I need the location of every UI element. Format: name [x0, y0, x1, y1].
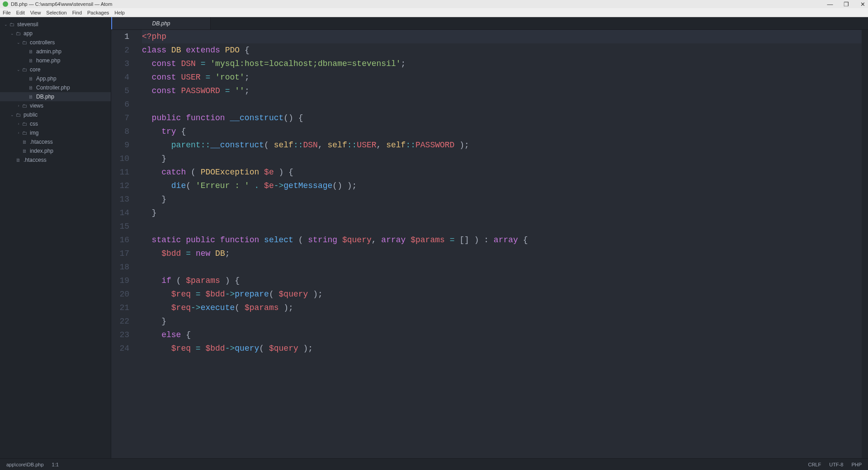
code-line[interactable]	[142, 98, 862, 111]
editor-area: DB.php 123456789101112131415161718192021…	[111, 17, 868, 458]
line-number: 11	[111, 165, 129, 179]
tree-folder-public[interactable]: ⌄🗀public	[0, 110, 111, 119]
code-line[interactable]: catch ( PDOException $e ) {	[142, 165, 862, 179]
menu-file[interactable]: File	[3, 10, 11, 15]
code-line[interactable]: if ( $params ) {	[142, 274, 862, 287]
menu-edit[interactable]: Edit	[16, 10, 25, 15]
code-line[interactable]: class DB extends PDO {	[142, 43, 862, 57]
editor[interactable]: 123456789101112131415161718192021222324 …	[111, 30, 868, 458]
tabbar: DB.php	[111, 17, 868, 30]
file-icon: 🗎	[27, 49, 34, 54]
folder-icon: 🗀	[14, 112, 22, 118]
tree-folder-css[interactable]: ›🗀css	[0, 119, 111, 128]
tree-folder-img[interactable]: ›🗀img	[0, 128, 111, 137]
tree-item-label: index.php	[28, 148, 53, 154]
chevron-right-icon: ›	[16, 131, 21, 135]
tree-item-label: App.php	[34, 75, 57, 82]
status-path[interactable]: app\core\DB.php	[6, 462, 44, 467]
line-number: 23	[111, 328, 129, 342]
menu-packages[interactable]: Packages	[87, 10, 109, 15]
tree-file--htaccess[interactable]: 🗎.htaccess	[0, 137, 111, 146]
code-line[interactable]	[142, 260, 862, 274]
chevron-down-icon: ⌄	[16, 67, 21, 72]
tree-item-label: core	[28, 66, 40, 73]
code-line[interactable]: }	[142, 152, 862, 165]
close-button[interactable]: ✕	[860, 1, 865, 7]
tree-item-label: .htaccess	[22, 157, 47, 163]
menu-help[interactable]: Help	[114, 10, 125, 15]
window-title: DB.php — C:\wamp64\www\stevensil — Atom	[11, 1, 112, 7]
tree-file-db-php[interactable]: 🗎DB.php	[0, 92, 111, 101]
tree-folder-core[interactable]: ⌄🗀core	[0, 65, 111, 74]
code-line[interactable]: else {	[142, 328, 862, 342]
code-line[interactable]: $bdd = new DB;	[142, 247, 862, 260]
code-line[interactable]	[142, 220, 862, 233]
code-line[interactable]: $req->execute( $params );	[142, 301, 862, 315]
menu-view[interactable]: View	[30, 10, 41, 15]
menubar: File Edit View Selection Find Packages H…	[0, 8, 868, 17]
tree-folder-views[interactable]: ›🗀views	[0, 101, 111, 110]
folder-icon: 🗀	[21, 121, 28, 127]
code-line[interactable]: <?php	[142, 30, 862, 43]
status-cursor[interactable]: 1:1	[52, 462, 59, 467]
status-lang[interactable]: PHP	[851, 462, 862, 467]
tree-folder-stevensil[interactable]: ⌄🗀stevensil	[0, 20, 111, 29]
chevron-down-icon: ⌄	[10, 31, 14, 36]
file-icon: 🗎	[21, 148, 28, 154]
maximize-button[interactable]: ❐	[844, 1, 849, 7]
tab-label: DB.php	[152, 20, 170, 27]
code-line[interactable]: $req = $bdd->prepare( $query );	[142, 287, 862, 301]
minimize-button[interactable]: —	[827, 1, 833, 7]
status-eol[interactable]: CRLF	[808, 462, 821, 467]
code-line[interactable]: const PASSWORD = '';	[142, 84, 862, 98]
line-number: 6	[111, 98, 129, 111]
line-number: 13	[111, 193, 129, 206]
tree-file-controller-php[interactable]: 🗎Controller.php	[0, 83, 111, 92]
code-line[interactable]: const DSN = 'mysql:host=localhost;dbname…	[142, 57, 862, 70]
tree-file-app-php[interactable]: 🗎App.php	[0, 74, 111, 83]
folder-icon: 🗀	[21, 130, 28, 136]
code-line[interactable]: public function __construct() {	[142, 111, 862, 125]
tree-folder-controllers[interactable]: ⌄🗀controllers	[0, 38, 111, 47]
tree-file-home-php[interactable]: 🗎home.php	[0, 56, 111, 65]
file-tree[interactable]: ⌄🗀stevensil⌄🗀app⌄🗀controllers🗎admin.php🗎…	[0, 17, 111, 164]
code-line[interactable]: $req = $bdd->query( $query );	[142, 342, 862, 355]
tree-item-label: home.php	[34, 57, 60, 64]
tree-item-label: .htaccess	[28, 139, 53, 145]
tree-item-label: stevensil	[15, 21, 38, 28]
sidebar: ⌄🗀stevensil⌄🗀app⌄🗀controllers🗎admin.php🗎…	[0, 17, 111, 458]
scrollbar[interactable]	[862, 30, 868, 458]
file-icon: 🗎	[27, 76, 34, 81]
code-line[interactable]: }	[142, 193, 862, 206]
code-line[interactable]: }	[142, 206, 862, 220]
tree-item-label: public	[22, 112, 38, 118]
file-icon: 🗎	[27, 94, 34, 99]
status-encoding[interactable]: UTF-8	[829, 462, 843, 467]
code-line[interactable]: static public function select ( string $…	[142, 233, 862, 247]
line-number: 7	[111, 111, 129, 125]
file-icon: 🗎	[27, 85, 34, 90]
tree-file-admin-php[interactable]: 🗎admin.php	[0, 47, 111, 56]
tree-item-label: css	[28, 121, 38, 127]
code-line[interactable]: die( 'Erreur : ' . $e->getMessage() );	[142, 179, 862, 193]
line-number: 18	[111, 260, 129, 274]
tree-file-index-php[interactable]: 🗎index.php	[0, 146, 111, 155]
menu-selection[interactable]: Selection	[46, 10, 66, 15]
tree-file--htaccess[interactable]: 🗎.htaccess	[0, 155, 111, 164]
code-line[interactable]: parent::__construct( self::DSN, self::US…	[142, 138, 862, 152]
line-number: 12	[111, 179, 129, 193]
file-icon: 🗎	[21, 139, 28, 145]
tree-item-label: controllers	[28, 39, 55, 46]
code-line[interactable]: try {	[142, 125, 862, 138]
tree-folder-app[interactable]: ⌄🗀app	[0, 29, 111, 38]
window-controls: — ❐ ✕	[827, 1, 865, 7]
line-number: 19	[111, 274, 129, 287]
code[interactable]: <?phpclass DB extends PDO { const DSN = …	[137, 30, 862, 458]
code-line[interactable]: const USER = 'root';	[142, 70, 862, 84]
code-line[interactable]: }	[142, 315, 862, 328]
tab-db-php[interactable]: DB.php	[111, 17, 211, 29]
line-number: 14	[111, 206, 129, 220]
folder-icon: 🗀	[21, 67, 28, 72]
menu-find[interactable]: Find	[72, 10, 82, 15]
line-number: 21	[111, 301, 129, 315]
